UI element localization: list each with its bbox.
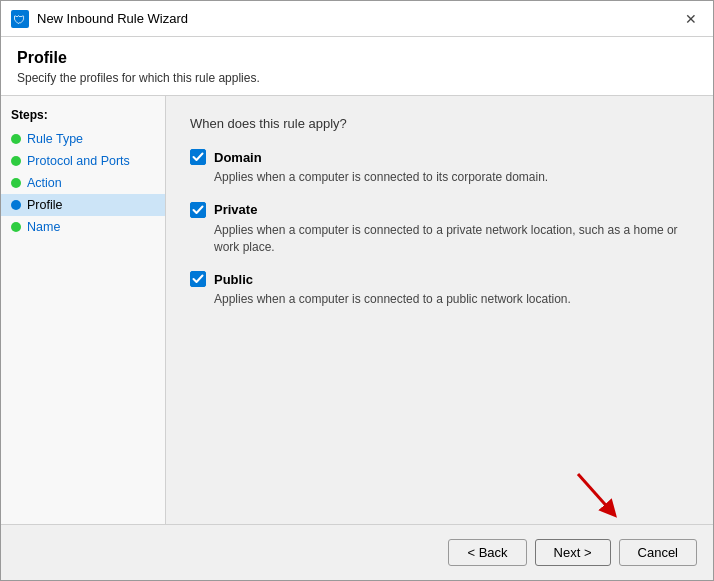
public-description: Applies when a computer is connected to … <box>214 291 689 308</box>
domain-checkbox[interactable] <box>190 149 206 165</box>
step-dot-name <box>11 222 21 232</box>
sidebar-item-profile[interactable]: Profile <box>1 194 165 216</box>
window-title: New Inbound Rule Wizard <box>37 11 188 26</box>
domain-option: Domain Applies when a computer is connec… <box>190 149 689 186</box>
public-checkbox-row: Public <box>190 271 689 287</box>
title-bar: 🛡 New Inbound Rule Wizard ✕ <box>1 1 713 37</box>
cancel-button[interactable]: Cancel <box>619 539 697 566</box>
private-checkbox-row: Private <box>190 202 689 218</box>
domain-checkbox-row: Domain <box>190 149 689 165</box>
step-link-protocol-ports[interactable]: Protocol and Ports <box>27 154 130 168</box>
wizard-window: 🛡 New Inbound Rule Wizard ✕ Profile Spec… <box>0 0 714 581</box>
step-dot-rule-type <box>11 134 21 144</box>
step-link-name[interactable]: Name <box>27 220 60 234</box>
public-checkmark-icon <box>192 274 204 284</box>
private-label: Private <box>214 202 257 217</box>
domain-checkmark-icon <box>192 152 204 162</box>
step-link-action[interactable]: Action <box>27 176 62 190</box>
sidebar-item-protocol-ports[interactable]: Protocol and Ports <box>1 150 165 172</box>
content-area: Steps: Rule Type Protocol and Ports Acti… <box>1 96 713 524</box>
question-text: When does this rule apply? <box>190 116 689 131</box>
private-checkbox[interactable] <box>190 202 206 218</box>
step-link-rule-type[interactable]: Rule Type <box>27 132 83 146</box>
sidebar-item-name[interactable]: Name <box>1 216 165 238</box>
sidebar-item-action[interactable]: Action <box>1 172 165 194</box>
sidebar: Steps: Rule Type Protocol and Ports Acti… <box>1 96 166 524</box>
main-panel: When does this rule apply? Domain Applie… <box>166 96 713 524</box>
public-label: Public <box>214 272 253 287</box>
next-button[interactable]: Next > <box>535 539 611 566</box>
footer: < Back Next > Cancel <box>1 524 713 580</box>
public-checkbox[interactable] <box>190 271 206 287</box>
step-label-profile: Profile <box>27 198 62 212</box>
steps-label: Steps: <box>1 108 165 128</box>
window-icon: 🛡 <box>11 10 29 28</box>
close-button[interactable]: ✕ <box>679 7 703 31</box>
sidebar-item-rule-type[interactable]: Rule Type <box>1 128 165 150</box>
private-description: Applies when a computer is connected to … <box>214 222 689 256</box>
public-option: Public Applies when a computer is connec… <box>190 271 689 308</box>
next-arrow-icon <box>573 469 623 519</box>
svg-line-3 <box>578 474 611 511</box>
page-subtitle: Specify the profiles for which this rule… <box>17 71 697 85</box>
step-dot-action <box>11 178 21 188</box>
private-checkmark-icon <box>192 205 204 215</box>
page-title: Profile <box>17 49 697 67</box>
svg-text:🛡: 🛡 <box>13 13 25 27</box>
step-dot-protocol-ports <box>11 156 21 166</box>
domain-label: Domain <box>214 150 262 165</box>
private-option: Private Applies when a computer is conne… <box>190 202 689 256</box>
header-area: Profile Specify the profiles for which t… <box>1 37 713 96</box>
back-button[interactable]: < Back <box>448 539 526 566</box>
arrow-indicator <box>573 469 623 522</box>
domain-description: Applies when a computer is connected to … <box>214 169 689 186</box>
step-dot-profile <box>11 200 21 210</box>
title-bar-left: 🛡 New Inbound Rule Wizard <box>11 10 188 28</box>
